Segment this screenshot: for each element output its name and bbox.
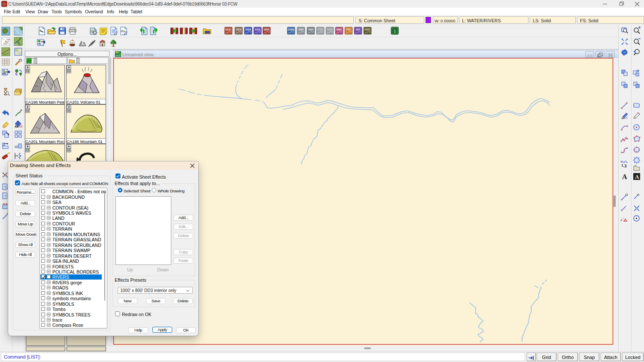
svg-text:990: 990 — [3, 43, 7, 45]
svg-text:SS6: SS6 — [327, 28, 332, 31]
svg-text:COS3: COS3 — [288, 28, 295, 31]
svg-text:CC3+: CC3+ — [225, 28, 232, 31]
svg-text:CC3: CC3 — [236, 28, 242, 31]
svg-text:CC3: CC3 — [2, 3, 6, 5]
svg-text:SS5: SS5 — [318, 28, 323, 31]
svg-text:SS4: SS4 — [308, 28, 313, 31]
svg-text:3: 3 — [624, 163, 627, 168]
svg-text:1,: 1, — [621, 163, 624, 167]
svg-text:A: A — [635, 173, 639, 180]
svg-text:A: A — [622, 173, 627, 180]
svg-text:DD3: DD3 — [264, 28, 270, 31]
svg-text:CA3: CA3 — [255, 28, 261, 31]
svg-text:MW2: MW2 — [365, 28, 371, 31]
svg-text:DIT: DIT — [356, 28, 360, 31]
svg-text:SMC: SMC — [336, 28, 342, 31]
svg-text:CD3: CD3 — [246, 28, 251, 31]
svg-text:1: 1 — [394, 28, 396, 33]
svg-text:22D: 22D — [298, 28, 304, 31]
svg-text:TTC: TTC — [346, 28, 351, 31]
svg-text:Aa: Aa — [15, 125, 18, 128]
